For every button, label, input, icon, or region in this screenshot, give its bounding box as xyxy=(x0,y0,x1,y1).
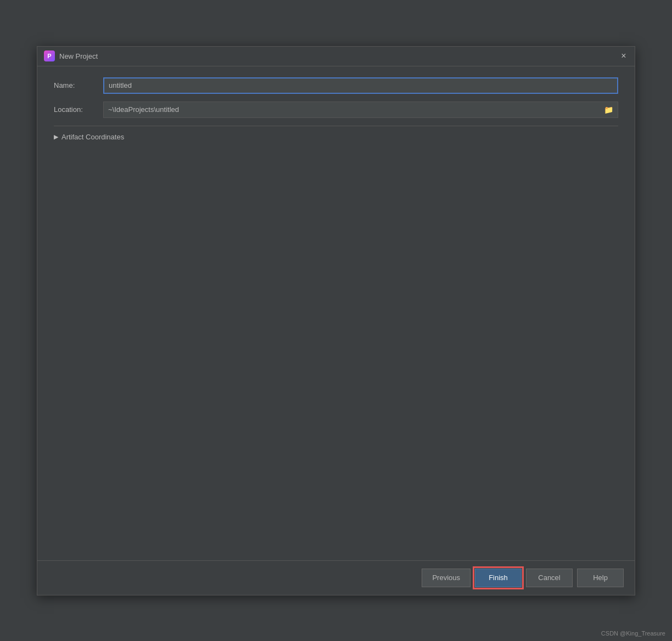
location-label: Location: xyxy=(54,105,103,114)
dialog-footer: Previous Finish Cancel Help xyxy=(37,560,635,595)
finish-button[interactable]: Finish xyxy=(475,569,522,587)
folder-icon: 📁 xyxy=(604,105,613,114)
name-input[interactable] xyxy=(103,77,618,94)
artifact-coordinates-header[interactable]: ▶ Artifact Coordinates xyxy=(54,131,618,143)
location-value: ~\IdeaProjects\untitled xyxy=(108,105,179,114)
title-bar: P New Project × xyxy=(37,47,635,66)
chevron-right-icon: ▶ xyxy=(54,133,58,140)
location-row: Location: ~\IdeaProjects\untitled 📁 xyxy=(54,102,618,118)
dialog-title: New Project xyxy=(59,52,98,60)
title-bar-left: P New Project xyxy=(44,50,98,61)
folder-browse-button[interactable]: 📁 xyxy=(604,105,613,114)
app-icon: P xyxy=(44,50,55,61)
location-field[interactable]: ~\IdeaProjects\untitled 📁 xyxy=(103,102,618,118)
new-project-dialog: P New Project × Name: Location: ~\IdeaPr… xyxy=(37,46,635,595)
dialog-content: Name: Location: ~\IdeaProjects\untitled … xyxy=(37,66,635,560)
name-row: Name: xyxy=(54,77,618,94)
artifact-coordinates-section: ▶ Artifact Coordinates xyxy=(54,126,618,143)
artifact-coordinates-label: Artifact Coordinates xyxy=(61,133,124,141)
name-label: Name: xyxy=(54,81,103,89)
help-button[interactable]: Help xyxy=(577,569,624,587)
cancel-button[interactable]: Cancel xyxy=(526,569,573,587)
previous-button[interactable]: Previous xyxy=(422,569,471,587)
watermark: CSDN @King_Treasure xyxy=(601,630,665,637)
close-button[interactable]: × xyxy=(619,52,628,60)
